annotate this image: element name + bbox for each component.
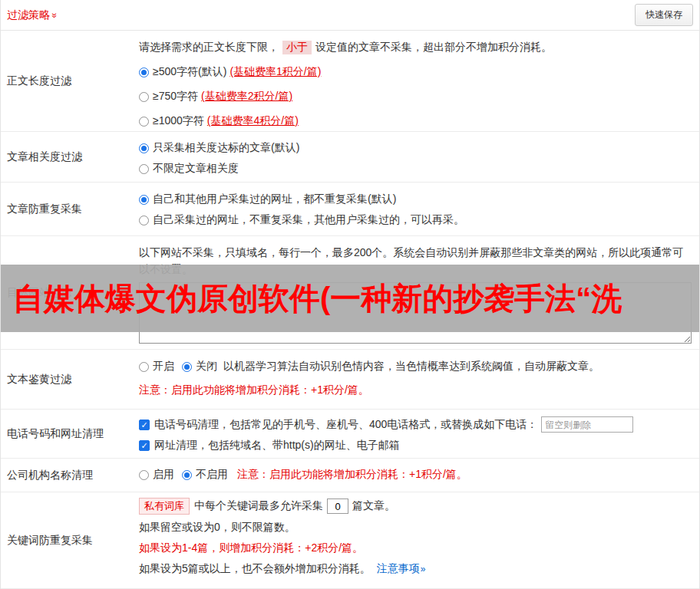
company-on-label[interactable]: 启用 xyxy=(153,468,174,482)
option-750-label[interactable]: ≥750字符 xyxy=(153,90,198,104)
dedupe-option-1: 自己和其他用户采集过的网址，都不重复采集(默认) xyxy=(139,183,692,206)
option-500-fee: (基础费率1积分/篇) xyxy=(229,65,321,79)
keyword-note-3-text: 如果设为5篇或以上，也不会额外增加积分消耗。 xyxy=(139,562,371,576)
radio-length-500[interactable] xyxy=(139,67,149,77)
filter-strategy-page: 过滤策略» 快速保存 正文长度过滤 请选择需求的正文长度下限，小于设定值的文章不… xyxy=(0,0,700,589)
row-company-cleanup: 公司机构名称清理 启用 不启用 注意：启用此功能将增加积分消耗：+1积分/篇。 xyxy=(1,459,699,492)
row-body-length-filter: 正文长度过滤 请选择需求的正文长度下限，小于设定值的文章不采集，超出部分不增加积… xyxy=(1,31,699,132)
row-phone-url-cleanup: 电话号码和网址清理 ✓ 电话号码清理，包括常见的手机号、座机号、400电话格式，… xyxy=(1,410,699,459)
radio-dedupe-all-users[interactable] xyxy=(139,195,149,205)
row-relevance-filter: 文章相关度过滤 只采集相关度达标的文章(默认) 不限定文章相关度 xyxy=(1,132,699,183)
dedupe-option-2-label[interactable]: 自己采集过的网址，不重复采集，其他用户采集过的，可以再采。 xyxy=(153,213,464,227)
row-label-company: 公司机构名称清理 xyxy=(1,459,133,492)
porn-warning: 注意：启用此功能将增加积分消耗：+1积分/篇。 xyxy=(139,383,692,397)
option-500: ≥500字符(默认) (基础费率1积分/篇) xyxy=(139,65,692,79)
intro-after: 设定值的文章不采集，超出部分不增加积分消耗。 xyxy=(315,41,552,54)
row-label-relevance: 文章相关度过滤 xyxy=(1,132,133,182)
row-label-phone-url: 电话号码和网址清理 xyxy=(1,410,133,458)
porn-on-label[interactable]: 开启 xyxy=(153,360,174,373)
body-length-intro: 请选择需求的正文长度下限，小于设定值的文章不采集，超出部分不增加积分消耗。 xyxy=(139,31,692,54)
url-cleanup-line: ✓ 网址清理，包括纯域名、带http(s)的网址、电子邮箱 xyxy=(139,439,692,452)
row-porn-filter: 文本鉴黄过滤 开启 关闭 以机器学习算法自动识别色情内容，当色情概率达到系统阈值… xyxy=(1,350,699,410)
dedupe-option-2: 自己采集过的网址，不重复采集，其他用户采集过的，可以再采。 xyxy=(139,213,692,227)
porn-off-label[interactable]: 关闭 xyxy=(196,360,217,373)
keyword-note-2: 如果设为1-4篇，则增加积分消耗：+2积分/篇。 xyxy=(139,541,692,555)
row-label-porn: 文本鉴黄过滤 xyxy=(1,350,133,409)
private-lexicon-tag: 私有词库 xyxy=(139,498,190,515)
radio-porn-off[interactable] xyxy=(182,362,192,372)
url-cleanup-label[interactable]: 网址清理，包括纯域名、带http(s)的网址、电子邮箱 xyxy=(154,439,400,452)
keyword-note-3: 如果设为5篇或以上，也不会额外增加积分消耗。 注意事项» xyxy=(139,562,692,576)
notice-link-text: 注意事项 xyxy=(377,562,420,574)
intro-before: 请选择需求的正文长度下限， xyxy=(139,41,279,54)
relevance-option-2-label[interactable]: 不限定文章相关度 xyxy=(153,162,239,176)
company-off-label[interactable]: 不启用 xyxy=(196,468,228,482)
option-500-label[interactable]: ≥500字符(默认) xyxy=(153,65,226,79)
keyword-limit-line: 私有词库 中每个关键词最多允许采集 篇文章。 xyxy=(139,492,692,515)
link-chevron-icon: » xyxy=(421,564,426,574)
porn-options-line: 开启 关闭 以机器学习算法自动识别色情内容，当色情概率达到系统阈值，自动屏蔽文章… xyxy=(139,350,692,373)
page-title[interactable]: 过滤策略» xyxy=(7,8,58,22)
relevance-option-1-label[interactable]: 只采集相关度达标的文章(默认) xyxy=(153,141,299,155)
radio-length-750[interactable] xyxy=(139,92,149,102)
radio-company-off[interactable] xyxy=(182,470,192,480)
quick-save-button[interactable]: 快速保存 xyxy=(635,4,693,26)
watermark-overlay: 自媒体爆文伪原创软件(一种新的抄袭手法“洗 xyxy=(1,265,700,332)
watermark-text: 自媒体爆文伪原创软件(一种新的抄袭手法“洗 xyxy=(13,278,622,320)
company-warning: 注意：启用此功能将增加积分消耗：+1积分/篇。 xyxy=(237,468,467,482)
option-1000-label[interactable]: ≥1000字符 xyxy=(153,114,204,128)
radio-company-on[interactable] xyxy=(139,470,149,480)
radio-porn-on[interactable] xyxy=(139,362,149,372)
page-title-text: 过滤策略 xyxy=(7,8,50,21)
intro-highlight: 小于 xyxy=(282,41,312,54)
option-750: ≥750字符 (基础费率2积分/篇) xyxy=(139,90,692,104)
option-1000-fee: (基础费率4积分/篇) xyxy=(207,114,299,128)
row-label-keyword: 关键词防重复采集 xyxy=(1,492,133,588)
option-1000: ≥1000字符 (基础费率4积分/篇) xyxy=(139,114,692,128)
keyword-limit-text: 中每个关键词最多允许采集 xyxy=(194,499,323,513)
radio-relevance-any[interactable] xyxy=(139,164,149,174)
row-keyword-dedupe: 关键词防重复采集 私有词库 中每个关键词最多允许采集 篇文章。 如果留空或设为0… xyxy=(1,492,699,589)
option-750-fee: (基础费率2积分/篇) xyxy=(201,90,292,104)
radio-length-1000[interactable] xyxy=(139,117,149,127)
row-dedupe-collection: 文章防重复采集 自己和其他用户采集过的网址，都不重复采集(默认) 自己采集过的网… xyxy=(1,183,699,236)
checkbox-url-cleanup[interactable]: ✓ xyxy=(139,440,150,451)
chevron-down-icon: » xyxy=(49,12,60,18)
phone-cleanup-line: ✓ 电话号码清理，包括常见的手机号、座机号、400电话格式，或替换成如下电话： xyxy=(139,410,692,433)
porn-desc: 以机器学习算法自动识别色情内容，当色情概率达到系统阈值，自动屏蔽文章。 xyxy=(223,360,599,373)
phone-cleanup-label[interactable]: 电话号码清理，包括常见的手机号、座机号、400电话格式，或替换成如下电话： xyxy=(154,418,537,432)
company-options-line: 启用 不启用 注意：启用此功能将增加积分消耗：+1积分/篇。 xyxy=(139,459,692,482)
row-label-dedupe: 文章防重复采集 xyxy=(1,183,133,235)
radio-dedupe-self-only[interactable] xyxy=(139,216,149,225)
radio-relevance-strict[interactable] xyxy=(139,143,149,153)
row-label-body-length: 正文长度过滤 xyxy=(1,31,133,131)
keyword-limit-input[interactable] xyxy=(327,499,348,514)
keyword-limit-suffix: 篇文章。 xyxy=(352,499,395,513)
keyword-note-1: 如果留空或设为0，则不限篇数。 xyxy=(139,521,692,535)
replacement-phone-input[interactable] xyxy=(541,416,633,433)
relevance-option-2: 不限定文章相关度 xyxy=(139,162,692,176)
checkbox-phone-cleanup[interactable]: ✓ xyxy=(139,420,150,430)
page-header: 过滤策略» 快速保存 xyxy=(1,0,699,31)
notice-link[interactable]: 注意事项» xyxy=(377,562,426,576)
relevance-option-1: 只采集相关度达标的文章(默认) xyxy=(139,132,692,155)
dedupe-option-1-label[interactable]: 自己和其他用户采集过的网址，都不重复采集(默认) xyxy=(153,192,396,206)
